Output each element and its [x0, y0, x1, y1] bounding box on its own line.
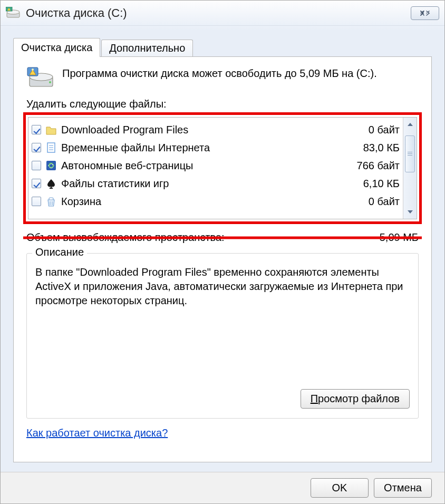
- tab-panel-cleanup: Программа очистки диска может освободить…: [13, 56, 432, 462]
- ok-button[interactable]: OK: [311, 478, 369, 498]
- files-listbox[interactable]: Downloaded Program Files0 байтВременные …: [28, 117, 417, 219]
- spade-icon: [45, 178, 57, 189]
- file-checkbox[interactable]: [32, 179, 41, 188]
- close-button[interactable]: [411, 6, 439, 20]
- file-checkbox[interactable]: [32, 143, 41, 152]
- file-row[interactable]: Временные файлы Интернета83,0 КБ: [32, 139, 402, 157]
- file-size: 6,10 КБ: [363, 178, 402, 190]
- refresh-icon: [45, 160, 57, 171]
- tab-cleanup[interactable]: Очистка диска: [13, 38, 100, 57]
- total-row: Объем высвобождаемого пространства: 5,09…: [26, 231, 419, 244]
- svg-point-7: [32, 69, 34, 71]
- help-link[interactable]: Как работает очистка диска?: [26, 427, 168, 439]
- file-label: Автономные веб-страницы: [61, 160, 353, 172]
- description-fieldset: Описание В папке "Downloaded Program Fil…: [26, 253, 419, 419]
- file-label: Корзина: [61, 196, 364, 208]
- view-files-button[interactable]: Просмотр файлов: [301, 389, 410, 409]
- close-icon: [419, 10, 431, 16]
- scroll-track[interactable]: [403, 131, 417, 205]
- recycle-icon: [45, 196, 57, 207]
- summary-row: Программа очистки диска может освободить…: [26, 66, 419, 90]
- file-size: 83,0 КБ: [363, 142, 402, 154]
- scroll-thumb[interactable]: [405, 135, 415, 172]
- tab-more-options[interactable]: Дополнительно: [101, 40, 193, 56]
- dialog-button-bar: OK Отмена: [1, 472, 444, 503]
- files-section-label-text: Удалить следующие файлы:: [26, 98, 167, 110]
- disk-cleanup-window: Очистка диска (C:) Очистка диска Дополни…: [0, 0, 445, 504]
- window-title: Очистка диска (C:): [26, 6, 127, 20]
- files-section-label: Удалить следующие файлы:: [26, 98, 419, 110]
- file-label: Downloaded Program Files: [61, 124, 364, 136]
- file-checkbox[interactable]: [32, 125, 41, 134]
- cancel-button[interactable]: Отмена: [374, 478, 432, 498]
- drive-icon: [26, 66, 55, 90]
- file-row[interactable]: Файлы статистики игр6,10 КБ: [32, 175, 402, 192]
- svg-point-5: [49, 81, 51, 83]
- file-size: 0 байт: [369, 196, 402, 208]
- file-row[interactable]: Корзина0 байт: [32, 192, 402, 210]
- scrollbar[interactable]: [403, 118, 417, 219]
- summary-text: Программа очистки диска может освободить…: [62, 66, 377, 90]
- folder-icon: [45, 124, 57, 135]
- file-size: 0 байт: [369, 124, 402, 136]
- file-row[interactable]: Downloaded Program Files0 байт: [32, 121, 402, 139]
- files-highlight-frame: Downloaded Program Files0 байтВременные …: [23, 112, 422, 224]
- file-label: Временные файлы Интернета: [61, 142, 359, 154]
- scroll-down-arrow-icon[interactable]: [403, 205, 417, 219]
- page-icon: [45, 142, 57, 153]
- file-row[interactable]: Автономные веб-страницы766 байт: [32, 157, 402, 175]
- scroll-up-arrow-icon[interactable]: [403, 118, 417, 131]
- content-area: Очистка диска Дополнительно: [13, 37, 432, 467]
- tabstrip: Очистка диска Дополнительно: [13, 37, 432, 56]
- file-checkbox[interactable]: [32, 161, 41, 170]
- file-label: Файлы статистики игр: [61, 178, 359, 190]
- file-size: 766 байт: [357, 160, 402, 172]
- description-legend: Описание: [32, 246, 87, 258]
- titlebar: Очистка диска (C:): [1, 1, 444, 26]
- svg-rect-12: [46, 161, 56, 170]
- file-checkbox[interactable]: [32, 197, 41, 206]
- description-text: В папке "Downloaded Program Files" време…: [35, 265, 410, 308]
- disk-cleanup-icon: [6, 7, 21, 20]
- red-strike-overlay: [23, 236, 422, 239]
